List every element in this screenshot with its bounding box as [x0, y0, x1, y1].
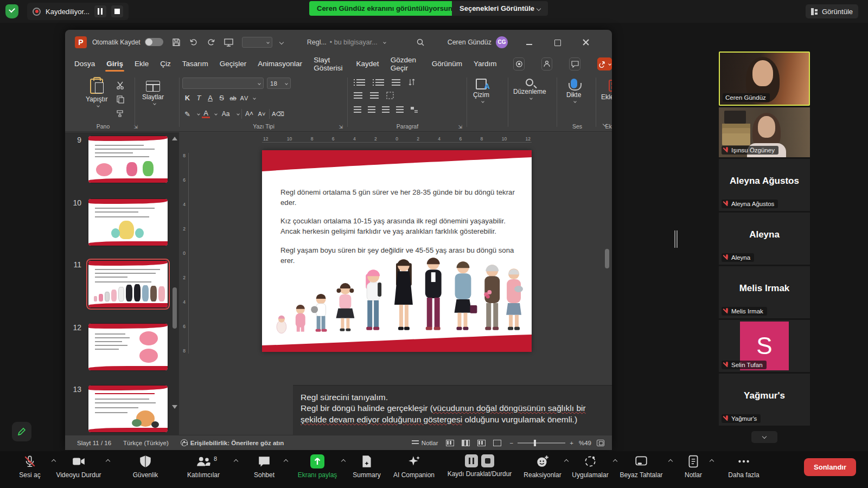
- paste-button[interactable]: Yapıştır: [86, 79, 107, 107]
- more-participants-button[interactable]: [751, 431, 777, 443]
- tab-gecisler[interactable]: Geçişler: [220, 60, 247, 68]
- tab-tasarim[interactable]: Tasarım: [182, 60, 208, 68]
- autosave-toggle[interactable]: [145, 38, 163, 46]
- toolbar-pause-stop-recording[interactable]: Kaydı Duraklat/Durdur: [444, 454, 515, 478]
- stop-recording-button[interactable]: [111, 5, 123, 17]
- quick-access-dropdown[interactable]: [242, 37, 272, 48]
- addins-button[interactable]: Eklentiler: [601, 80, 612, 101]
- cut-icon[interactable]: [116, 81, 125, 89]
- text-direction-icon[interactable]: [386, 92, 394, 99]
- tab-kaydet[interactable]: Kaydet: [356, 60, 379, 68]
- underline-button[interactable]: A: [205, 94, 215, 102]
- annotation-pencil-button[interactable]: [12, 422, 31, 441]
- tab-dosya[interactable]: Dosya: [74, 60, 95, 68]
- tab-gozden-gecir[interactable]: Gözden Geçir: [391, 56, 420, 72]
- tab-slayt-gosterisi[interactable]: Slayt Gösterisi: [314, 56, 344, 72]
- strikethrough-button[interactable]: ab: [228, 95, 238, 101]
- chevron-up-icon[interactable]: [106, 459, 110, 464]
- editing-button[interactable]: Düzenleme: [513, 79, 546, 99]
- bullet-list-icon[interactable]: [356, 79, 365, 86]
- align-left-icon[interactable]: [354, 106, 361, 113]
- panel-resize-handle[interactable]: [674, 230, 675, 248]
- tab-giris[interactable]: Giriş: [106, 60, 123, 68]
- participant-tile-selin[interactable]: S Selin Tufan: [719, 320, 810, 372]
- stop-recording-icon[interactable]: [481, 454, 494, 467]
- tab-gorunum[interactable]: Görünüm: [432, 60, 462, 68]
- record-button[interactable]: [513, 57, 524, 70]
- presenter-coach-button[interactable]: [541, 57, 552, 70]
- shrink-font-button[interactable]: A˅: [257, 111, 267, 117]
- search-icon[interactable]: [416, 38, 425, 47]
- italic-button[interactable]: T: [194, 94, 204, 102]
- participant-tile-aleyna[interactable]: Aleyna Aleyna: [719, 213, 810, 265]
- justify-icon[interactable]: [396, 106, 404, 113]
- language-indicator[interactable]: Türkçe (Türkiye): [123, 440, 169, 446]
- slide-thumbnail-10[interactable]: [88, 198, 168, 246]
- slide-thumbnail-12[interactable]: [88, 323, 168, 371]
- notes-pane[interactable]: Regl sürecini tanıyalım. Regl bir döngü …: [293, 385, 612, 435]
- tab-ciz[interactable]: Çiz: [160, 60, 171, 68]
- participant-video-ceren[interactable]: Ceren Gündüz: [719, 52, 810, 106]
- zoom-out-button[interactable]: −: [510, 440, 514, 446]
- font-size-dropdown[interactable]: 18: [267, 78, 291, 89]
- comments-button[interactable]: [569, 57, 580, 70]
- highlight-pen-button[interactable]: ✎: [182, 110, 193, 118]
- numbered-list-icon[interactable]: [375, 79, 384, 86]
- close-button[interactable]: [583, 39, 589, 46]
- accessibility-status[interactable]: Erişilebilirlik: Önerilere göz atın: [181, 439, 284, 446]
- tab-ekle[interactable]: Ekle: [135, 60, 149, 68]
- view-options-button[interactable]: Seçenekleri Görüntüle: [452, 1, 548, 16]
- document-title[interactable]: Regl... • bu bilgisayar...: [307, 38, 386, 46]
- change-case-button[interactable]: Aa: [219, 110, 232, 118]
- pause-recording-icon[interactable]: [465, 454, 478, 467]
- account-avatar[interactable]: CG: [496, 36, 508, 48]
- align-center-icon[interactable]: [368, 106, 375, 113]
- save-icon[interactable]: [172, 38, 181, 47]
- tab-animasyonlar[interactable]: Animasyonlar: [258, 60, 302, 68]
- smartart-convert-icon[interactable]: [410, 106, 419, 113]
- view-layout-button[interactable]: Görüntüle: [806, 4, 858, 18]
- align-right-icon[interactable]: [382, 106, 390, 113]
- font-color-button[interactable]: A: [202, 110, 210, 118]
- drawing-button[interactable]: Çizim: [473, 79, 489, 102]
- toolbar-more[interactable]: Daha fazla: [709, 454, 779, 479]
- end-meeting-button[interactable]: Sonlandır: [804, 458, 856, 476]
- slideshow-view-button[interactable]: [493, 440, 501, 446]
- minimize-button[interactable]: [526, 39, 533, 46]
- thumbnails-scrollbar[interactable]: [173, 287, 177, 329]
- slide-thumbnail-9[interactable]: [88, 136, 168, 183]
- undo-icon[interactable]: [189, 38, 198, 47]
- bold-button[interactable]: K: [182, 94, 193, 102]
- thumbnails-scroll-down-icon[interactable]: [172, 405, 177, 409]
- line-spacing-icon[interactable]: [392, 79, 400, 86]
- copy-icon[interactable]: [116, 95, 125, 104]
- pause-recording-button[interactable]: [94, 5, 106, 17]
- maximize-button[interactable]: [554, 39, 561, 46]
- sort-icon[interactable]: [408, 79, 416, 86]
- normal-view-button[interactable]: [446, 440, 454, 446]
- format-painter-icon[interactable]: [116, 109, 125, 118]
- slide-thumbnail-11-selected[interactable]: [88, 260, 168, 308]
- zoom-slider[interactable]: [518, 442, 565, 444]
- slides-button[interactable]: Slaytlar: [142, 81, 164, 105]
- zoom-percentage[interactable]: %49: [579, 440, 591, 446]
- tab-yardim[interactable]: Yardım: [474, 60, 497, 68]
- font-name-dropdown[interactable]: [182, 78, 264, 89]
- slide-indicator[interactable]: Slayt 11 / 16: [77, 440, 111, 446]
- fit-slide-to-window-button[interactable]: [597, 440, 604, 446]
- participant-tile-melis[interactable]: Melis Irmak Melis Irmak: [719, 266, 810, 318]
- participant-video-isinsu[interactable]: Işınsu Özgüney: [719, 107, 810, 157]
- increase-indent-icon[interactable]: [370, 92, 379, 99]
- slide-thumbnail-13[interactable]: [88, 385, 168, 433]
- scrollbar-thumb[interactable]: [605, 249, 609, 268]
- notes-toggle-button[interactable]: Notlar: [412, 440, 438, 446]
- toolbar-stop-video[interactable]: Videoyu Durdur: [43, 454, 114, 479]
- shadow-button[interactable]: S: [216, 94, 227, 102]
- thumbnails-scroll-up-icon[interactable]: [172, 137, 177, 140]
- character-spacing-button[interactable]: AV: [239, 95, 250, 101]
- slideshow-icon[interactable]: [224, 38, 233, 47]
- dialog-launcher-icon[interactable]: ⇲: [458, 124, 462, 130]
- account-name[interactable]: Ceren Gündüz: [448, 38, 492, 46]
- redo-icon[interactable]: [207, 38, 215, 47]
- ribbon-options-chevron-icon[interactable]: [279, 40, 283, 44]
